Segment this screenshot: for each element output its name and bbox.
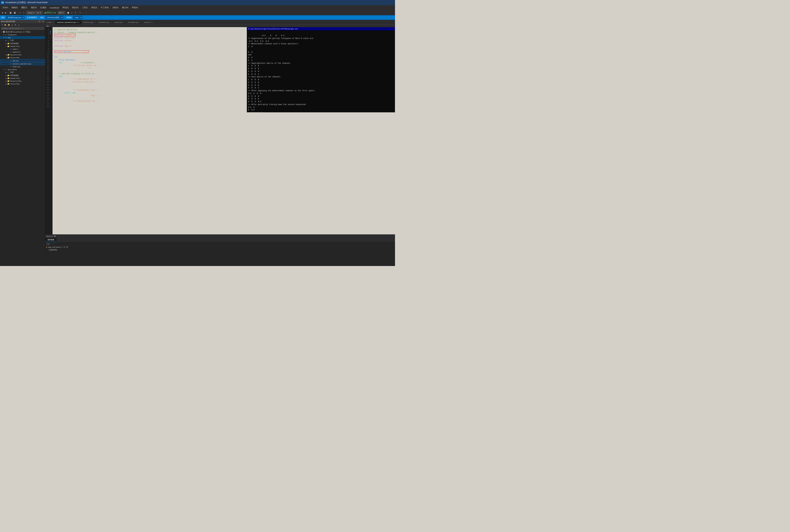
icon-qpp: √+* [5,36,7,39]
icon-source: 📁 [7,56,9,59]
pin-icon[interactable]: 📌 [38,21,40,23]
call-stack-row-0[interactable]: ▶ qpp.exe!main() 行 47 [46,246,394,249]
tree-item-resource[interactable]: ▶ 📁 Resource Files [0,53,45,56]
sep1 [8,11,8,14]
call-stack-row-1[interactable]: [外部代码] [46,248,394,252]
minus-icon[interactable]: ─ [41,21,42,23]
arrow-ext: ▶ [5,43,7,44]
tree-item-testing-ref[interactable]: ▶ ⬡ 引用 [0,71,45,74]
call-stack-content: 名称 ▶ qpp.exe!main() 行 47 [外部代码] [45,242,395,266]
menu-build[interactable]: 生成(B) [38,6,48,10]
tree-item-qpp[interactable]: ▼ √+* qpp [0,36,45,39]
tab-entropies[interactable]: entropies.cpp ✕ [97,20,113,24]
close-icon[interactable]: ✕ [43,21,44,23]
tab-close-xutility[interactable]: ✕ [53,21,54,23]
platform-dropdown[interactable]: x64 ▼ [36,11,42,14]
tab-quantum-ops[interactable]: quantum_operations.cpp ● ✕ [55,20,81,24]
menu-incredibuild[interactable]: Incredibuild [48,6,61,10]
sidebar-settings-btn[interactable]: ⚙ [14,24,17,26]
tree-item-googletest[interactable]: ▶ √+* GoogleTest [0,33,45,36]
tab-functions[interactable]: functions.cpp ✕ [81,20,97,24]
icon-stdafx-cpp: ▪h [9,65,12,68]
tab-bar: xutility ✕ quantum_operations.cpp ● ✕ fu… [45,20,395,25]
stop-btn[interactable]: ■ [70,11,73,14]
debug-mode-dropdown[interactable]: Debug ▼ [27,11,36,14]
sidebar-code-btn[interactable]: <> [17,24,20,26]
sidebar-home-btn[interactable]: 🏠 [4,24,7,26]
label-header: Header Files [10,45,20,48]
sidebar-folder-btn[interactable]: 📁 [7,24,11,26]
tree-item-qpp-testing[interactable]: ▼ √+* qpp_testing [0,68,45,71]
sidebar-refresh-btn[interactable]: ↺ [1,24,3,26]
back-btn[interactable]: ◀ [1,11,4,14]
arrow-source: ▼ [5,57,7,58]
scroll-left-icon[interactable]: ◀ [54,235,55,237]
menu-r-tools[interactable]: R 工具(R) [99,6,111,10]
tree-item-stdafx-cpp[interactable]: ▪h stdafx.cpp [0,65,45,68]
tab-call-stack[interactable]: 调用堆栈 [45,238,57,242]
sidebar-title: 解决方案资源管理器 [1,21,15,23]
process-select[interactable]: [503944] qpp.exe [6,16,25,19]
tree-item-solution[interactable]: ▼ 🔲 解决方案'VisualStudio' (3 个项目) [0,31,45,34]
tree-item-qpp-cpp[interactable]: √+* qpp.cpp [0,59,45,62]
tree-item-header[interactable]: ▼ 📁 Header Files [0,45,45,48]
tree-item-testing-ext[interactable]: ▶ 📁 外部依赖项 [0,74,45,77]
arrow-solution: ▼ [1,31,3,33]
tab-xutility[interactable]: xutility ✕ [45,20,55,24]
zoom-dropdown-icon[interactable]: ▼ [51,235,53,237]
stack-select[interactable]: main [73,16,82,19]
tree-item-qop-cpp[interactable]: √+* quantum_operations.cpp [0,62,45,65]
icon-solution: 🔲 [3,31,5,33]
redo-btn[interactable]: ↪ [22,11,25,14]
menu-project[interactable]: 项目(P) [29,6,39,10]
continue-btn[interactable]: ▶ 继续(C) ▼ [44,11,57,14]
breadcrumb-file: qpp [46,25,49,27]
tree-item-targetver-h[interactable]: ▪h targetver.h [0,51,45,53]
step-into-btn[interactable]: ↓ [82,11,85,14]
step-over-btn[interactable]: ↷ [78,11,82,14]
auto-dropdown[interactable]: 自动 ▼ [58,11,65,14]
menu-analyze[interactable]: 分析(N) [111,6,120,10]
sidebar-search[interactable] [1,27,44,30]
sidebar: 解决方案资源管理器 📌 ─ ✕ ↺ 🏠 📁 ▼ ⚙ <> ▼ 🔲 解决方案'Vi… [0,20,45,266]
thread-select[interactable]: [501420] 主线程 [45,16,63,19]
tree-item-testing-hdr[interactable]: ▶ 📁 Header Files [0,77,45,80]
vs-icon: VS [1,1,4,4]
arrow-qpp-testing: ▼ [3,69,5,70]
tab-close-reversible[interactable]: ✕ [139,21,140,23]
breakpoint-btn[interactable]: ⬤ [66,11,70,14]
menu-window[interactable]: 窗口(W) [120,6,130,10]
save-btn[interactable]: 💾 [9,11,13,14]
step-out-btn[interactable]: ↑ [85,11,88,14]
tree-item-ext[interactable]: ▶ 📁 外部依赖项 [0,42,45,45]
tab-issues[interactable]: issues.cpp ✕ [113,20,126,24]
label-stdafx-cpp: stdafx.cpp [13,66,20,68]
collapse-indicators: ⊟ ▌ ▌ ⊟ ● [50,27,53,234]
menu-help[interactable]: 帮助(H) [130,6,140,10]
tree-item-ref[interactable]: ▶ ⬡ 引用 [0,39,45,42]
tree-item-source[interactable]: ▼ 📁 Source Files [0,56,45,59]
save-all-btn[interactable]: 💾 [13,11,17,14]
tab-close-functions[interactable]: ✕ [94,21,95,23]
tab-close-issues[interactable]: ✕ [123,21,124,23]
forward-btn[interactable]: ▶ [4,11,7,14]
tab-reversible[interactable]: reversible.cpp ✕ [126,20,142,24]
menu-file[interactable]: 文件(F) [1,6,10,10]
menu-debug[interactable]: 调试(D) [61,6,70,10]
menu-test[interactable]: 测试(S) [90,6,99,10]
undo-btn[interactable]: ↩ [18,11,22,14]
tree-item-testing-src[interactable]: ▶ 📁 Source Files [0,82,45,85]
tab-close-random[interactable]: ✕ [153,21,154,23]
menu-team[interactable]: 团队(M) [70,6,80,10]
menu-tools[interactable]: 工具(T) [80,6,90,10]
menu-edit[interactable]: 编辑(E) [10,6,19,10]
tree-item-testing-res[interactable]: ▶ 📁 Resource Files [0,80,45,82]
bottom-panel: 调用堆栈 名称 ▶ qpp.exe!main() 行 47 [外部代码] [45,238,395,266]
tree-item-stdafx-h[interactable]: ▪h stdafx.h [0,48,45,51]
restart-btn[interactable]: ↺ [73,11,77,14]
tab-close-entropies[interactable]: ✕ [110,21,111,23]
tab-close-quantum-ops[interactable]: ✕ [78,21,80,23]
menu-view[interactable]: 视图(V) [19,6,29,10]
sidebar-more-btn[interactable]: ▼ [11,24,14,26]
tab-random[interactable]: random.d... ✕ [142,20,156,24]
